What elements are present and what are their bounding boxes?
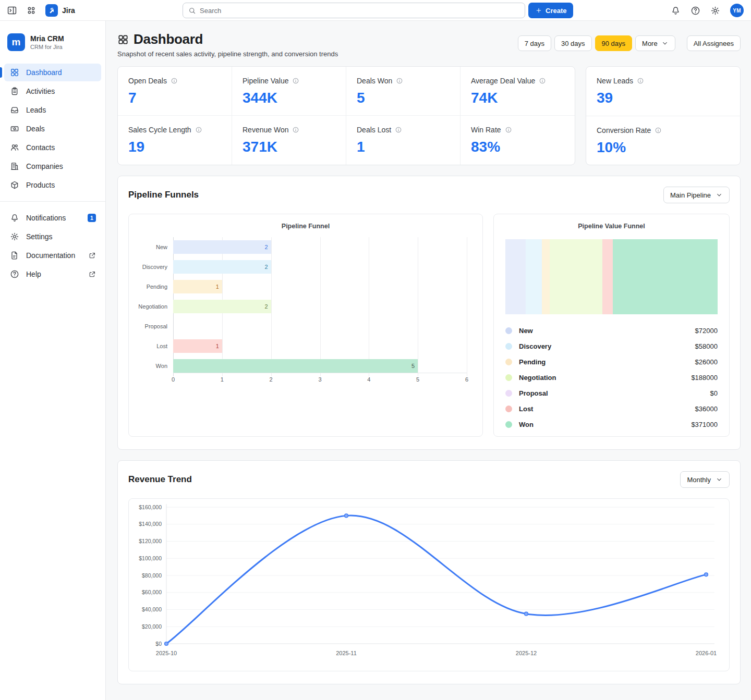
info-icon[interactable] [171, 77, 178, 84]
value-funnel-legend: New$72000Discovery$58000Pending$26000Neg… [505, 323, 718, 432]
legend-dot [505, 390, 512, 397]
svg-text:2026-01: 2026-01 [696, 650, 717, 656]
sidebar-item-products[interactable]: Products [4, 176, 101, 194]
info-icon[interactable] [655, 127, 662, 134]
info-icon[interactable] [637, 77, 644, 84]
chevron-down-icon [716, 191, 723, 199]
gear-icon [10, 232, 19, 241]
info-icon[interactable] [292, 126, 299, 133]
sidebar-item-documentation[interactable]: Documentation [4, 247, 101, 264]
cube-icon [10, 180, 19, 190]
legend-row-negotiation: Negotiation$188000 [505, 370, 718, 385]
funnel-plot: New2Discovery2Pending1Negotiation2Propos… [173, 240, 467, 385]
workspace-subtitle: CRM for Jira [30, 44, 64, 50]
gridline [467, 237, 467, 376]
sidebar-item-companies[interactable]: Companies [4, 157, 101, 175]
legend-row-pending: Pending$26000 [505, 354, 718, 370]
sidebar-item-label: Activities [26, 87, 55, 95]
sidebar-item-activities[interactable]: Activities [4, 82, 101, 100]
legend-dot [505, 359, 512, 365]
kpi-open-deals: Open Deals7 [118, 67, 232, 116]
kpi-label: Sales Cycle Length [128, 126, 191, 134]
kpi-average-deal-value: Average Deal Value74K [461, 67, 575, 116]
legend-dot [505, 343, 512, 350]
filter-7-days[interactable]: 7 days [518, 35, 551, 51]
topbar: Jira Create YM [0, 0, 751, 21]
funnel-category-label: Discovery [125, 260, 167, 274]
kpi-win-rate: Win Rate83% [461, 116, 575, 165]
pipeline-value-funnel-chart: Pipeline Value Funnel New$72000Discovery… [493, 214, 730, 437]
pipeline-selector[interactable]: Main Pipeline [663, 187, 730, 203]
filter-30-days[interactable]: 30 days [554, 35, 592, 51]
revenue-period-selector[interactable]: Monthly [680, 471, 730, 488]
filter-90-days[interactable]: 90 days [595, 35, 633, 51]
search-input[interactable] [200, 7, 519, 15]
app-grid-icon[interactable] [26, 5, 37, 16]
search-box[interactable] [183, 3, 525, 18]
gear-icon[interactable] [710, 6, 720, 16]
app-brand[interactable]: Jira [45, 4, 75, 17]
sidebar-item-deals[interactable]: Deals [4, 120, 101, 138]
avatar[interactable]: YM [730, 4, 744, 17]
kpi-deals-lost: Deals Lost1 [346, 116, 461, 165]
panel-toggle-icon[interactable] [7, 5, 17, 16]
sidebar-item-label: Deals [26, 125, 45, 133]
kpi-value: 5 [357, 91, 450, 105]
sidebar-item-notifications[interactable]: Notifications1 [4, 209, 101, 227]
x-tick-label: 3 [318, 376, 321, 383]
create-button[interactable]: Create [528, 3, 573, 18]
funnel-bar-lost: 1 [173, 339, 222, 353]
funnel-row-discovery: Discovery2 [173, 260, 467, 274]
kpi-value: 344K [243, 91, 335, 105]
sidebar-item-label: Settings [26, 232, 53, 241]
sidebar-item-dashboard[interactable]: Dashboard [4, 64, 101, 81]
legend-dot [505, 374, 512, 381]
help-icon[interactable] [691, 6, 700, 16]
sidebar-item-help[interactable]: Help [4, 265, 101, 283]
x-tick-label: 4 [367, 376, 370, 383]
plus-icon [535, 7, 542, 14]
svg-text:$60,000: $60,000 [142, 589, 162, 595]
sidebar-item-label: Leads [26, 106, 46, 114]
inbox-icon [10, 105, 19, 115]
info-icon[interactable] [395, 126, 402, 133]
kpi-label: New Leads [597, 77, 633, 85]
more-filter-button[interactable]: More [635, 35, 675, 51]
legend-value: $371000 [691, 421, 718, 428]
kpi-label: Average Deal Value [471, 77, 535, 85]
info-icon[interactable] [505, 126, 512, 133]
info-icon[interactable] [195, 126, 202, 133]
kpi-value: 39 [597, 91, 730, 105]
kpi-label: Pipeline Value [243, 77, 288, 85]
funnel-category-label: Pending [125, 280, 167, 293]
legend-label: Pending [519, 358, 546, 366]
x-tick-label: 1 [221, 376, 224, 383]
sidebar-item-contacts[interactable]: Contacts [4, 139, 101, 156]
svg-text:$0: $0 [155, 641, 162, 647]
external-link-icon [88, 252, 96, 260]
sidebar-item-settings[interactable]: Settings [4, 228, 101, 245]
funnel-category-label: Proposal [125, 320, 167, 333]
svg-text:$20,000: $20,000 [142, 623, 162, 630]
info-icon[interactable] [292, 77, 299, 84]
info-icon[interactable] [396, 77, 403, 84]
assignee-filter-button[interactable]: All Assignees [687, 35, 741, 51]
funnel-chart-title: Pipeline Funnel [129, 223, 482, 230]
kpi-deals-won: Deals Won5 [346, 67, 461, 116]
sidebar-item-leads[interactable]: Leads [4, 101, 101, 119]
sidebar-item-label: Products [26, 181, 55, 189]
legend-value: $188000 [691, 374, 718, 382]
funnel-bar-won: 5 [173, 359, 418, 373]
bell-icon[interactable] [671, 6, 681, 16]
kpi-label: Deals Won [357, 77, 392, 85]
svg-text:$40,000: $40,000 [142, 606, 162, 612]
value-segment-pending [542, 239, 549, 314]
legend-dot [505, 327, 512, 334]
info-icon[interactable] [539, 77, 546, 84]
topbar-right-icons: YM [671, 0, 744, 21]
sidebar-nav: DashboardActivitiesLeadsDealsContactsCom… [0, 64, 105, 194]
chevron-down-icon [661, 40, 669, 47]
legend-row-won: Won$371000 [505, 416, 718, 432]
pipeline-section-title: Pipeline Funnels [128, 190, 199, 200]
legend-row-lost: Lost$36000 [505, 401, 718, 416]
